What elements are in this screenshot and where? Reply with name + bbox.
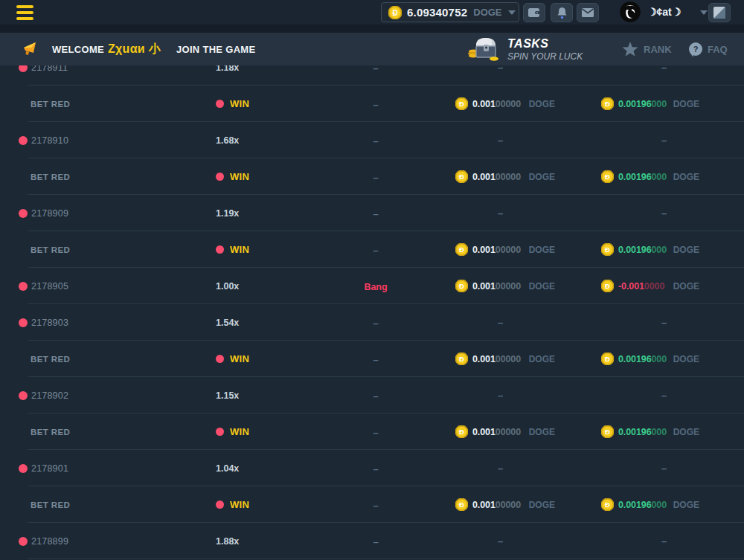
bet-id: 2178901 xyxy=(31,463,68,474)
treasure-chest-icon xyxy=(467,35,500,63)
svg-text:Đ: Đ xyxy=(605,100,610,108)
currency-label: DOGE xyxy=(529,172,555,182)
tasks-title: TASKS xyxy=(507,37,583,51)
tasks-button[interactable]: TASKS SPIN YOUR LUCK xyxy=(467,35,583,63)
bet-record-row[interactable]: 2178910 1.68x – – – xyxy=(0,122,744,158)
empty-value: – xyxy=(661,463,667,474)
welcome-message: WELCOME Ζχuαи 小 JOIN THE GAME xyxy=(22,33,255,65)
empty-value: – xyxy=(498,390,503,401)
currency-label: DOGE xyxy=(529,281,555,292)
red-dot-icon xyxy=(216,355,224,363)
empty-value: – xyxy=(498,135,503,146)
doge-coin-icon: Đ xyxy=(455,97,468,110)
doge-coin-icon: Đ xyxy=(455,498,468,511)
wallet-icon xyxy=(528,7,540,18)
avatar[interactable] xyxy=(620,1,641,22)
bet-record-row[interactable]: 2178911 1.18x – – – xyxy=(0,65,744,86)
menu-icon[interactable] xyxy=(16,5,33,23)
notifications-button[interactable] xyxy=(551,3,573,22)
svg-text:Đ: Đ xyxy=(605,428,610,436)
bet-record-row[interactable]: 2178909 1.19x – – – xyxy=(0,195,744,231)
messages-button[interactable] xyxy=(577,3,599,22)
bet-record-row[interactable]: 2178903 1.54x – – – xyxy=(0,304,744,341)
empty-value: – xyxy=(661,390,667,401)
user-chevron-down-icon[interactable] xyxy=(700,10,708,15)
bet-detail-row[interactable]: BET RED WIN – Đ 0.00100000 DOGE Đ 0.0019… xyxy=(0,86,744,122)
svg-text:Đ: Đ xyxy=(605,173,610,181)
wallet-button[interactable] xyxy=(523,3,545,22)
currency-label: DOGE xyxy=(673,281,699,292)
empty-value: – xyxy=(498,65,503,73)
username[interactable]: ☽¢at☽ xyxy=(647,6,681,18)
bet-detail-row[interactable]: BET RED WIN – Đ 0.00100000 DOGE Đ 0.0019… xyxy=(0,341,744,377)
empty-value: – xyxy=(373,354,378,365)
svg-text:Đ: Đ xyxy=(459,501,464,509)
bet-detail-row[interactable]: BET RED WIN – Đ 0.00100000 DOGE Đ 0.0019… xyxy=(0,158,744,195)
red-dot-icon xyxy=(216,501,224,509)
empty-value: – xyxy=(498,535,503,547)
svg-text:Đ: Đ xyxy=(459,245,464,254)
bet-id: 2178905 xyxy=(31,281,68,292)
welcome-username: Ζχuαи 小 xyxy=(108,42,161,57)
bet-record-row[interactable]: 2178902 1.15x – – – xyxy=(0,377,744,413)
star-icon xyxy=(622,42,638,57)
svg-text:Đ: Đ xyxy=(459,173,464,181)
svg-text:Đ: Đ xyxy=(459,428,464,436)
megaphone-icon xyxy=(22,41,40,57)
bet-amount: 0.00100000 xyxy=(472,281,521,292)
multiplier: 1.04x xyxy=(216,463,239,474)
empty-value: – xyxy=(373,208,378,219)
bet-detail-row[interactable]: BET RED WIN – Đ 0.00100000 DOGE Đ 0.0019… xyxy=(0,486,744,523)
result-win: WIN xyxy=(230,426,249,437)
faq-link[interactable]: ? FAQ xyxy=(689,33,728,65)
rank-link[interactable]: RANK xyxy=(622,33,672,65)
bet-amount: 0.00100000 xyxy=(472,99,521,109)
profit-amount: 0.00196000 xyxy=(618,245,667,255)
red-dot-icon xyxy=(19,136,28,145)
bet-amount: 0.00100000 xyxy=(472,172,521,182)
doge-coin-icon: Đ xyxy=(601,498,614,511)
bet-record-row[interactable]: 2178901 1.04x – – – xyxy=(0,450,744,486)
red-dot-icon xyxy=(19,464,28,473)
red-dot-icon xyxy=(216,428,224,436)
balance-amount: 6.09340752 xyxy=(407,6,467,19)
doge-coin-icon: Đ xyxy=(601,170,614,183)
bet-history-table: 2178911 1.18x – – – BET RED WIN – Đ 0.00… xyxy=(0,65,744,560)
doge-coin-icon: Đ xyxy=(455,353,468,365)
empty-value: – xyxy=(498,207,503,219)
bet-detail-row[interactable]: BET RED WIN – Đ 0.00100000 DOGE Đ 0.0019… xyxy=(0,231,744,268)
profit-amount: 0.00196000 xyxy=(618,500,667,510)
bet-detail-row[interactable]: BET RED WIN – Đ 0.00100000 DOGE Đ 0.0019… xyxy=(0,413,744,450)
svg-text:Đ: Đ xyxy=(392,8,397,16)
bet-record-row-bang[interactable]: 2178905 1.00x Bang Đ 0.00100000 DOGE Đ -… xyxy=(0,268,744,304)
empty-value: – xyxy=(373,135,378,147)
currency-label: DOGE xyxy=(673,427,699,437)
bet-type: BET RED xyxy=(31,355,70,364)
balance-selector[interactable]: Đ 6.09340752 DOGE xyxy=(381,2,519,22)
doge-coin-icon: Đ xyxy=(455,170,468,183)
svg-text:Đ: Đ xyxy=(605,501,610,509)
empty-value: – xyxy=(373,65,378,74)
profit-amount: 0.00196000 xyxy=(618,99,667,109)
red-dot-icon xyxy=(216,173,224,181)
doge-coin-icon: Đ xyxy=(601,97,614,110)
empty-value: – xyxy=(373,500,378,511)
bet-record-row[interactable]: 2178899 1.88x – – – xyxy=(0,523,744,559)
red-dot-icon xyxy=(19,209,28,218)
multiplier: 1.15x xyxy=(216,390,239,401)
empty-value: – xyxy=(373,172,378,183)
empty-value: – xyxy=(661,135,667,146)
profit-amount: 0.00196000 xyxy=(618,354,667,364)
welcome-suffix: JOIN THE GAME xyxy=(176,44,255,55)
chat-toggle-button[interactable] xyxy=(708,3,731,22)
multiplier: 1.18x xyxy=(216,65,239,73)
bet-type: BET RED xyxy=(31,173,70,181)
multiplier: 1.00x xyxy=(216,281,239,292)
currency-label: DOGE xyxy=(673,500,699,510)
currency-label: DOGE xyxy=(673,172,699,182)
multiplier: 1.54x xyxy=(216,318,239,328)
doge-coin-icon: Đ xyxy=(455,425,468,438)
balance-currency: DOGE xyxy=(473,7,501,18)
currency-label: DOGE xyxy=(529,427,555,437)
empty-value: – xyxy=(661,535,667,547)
